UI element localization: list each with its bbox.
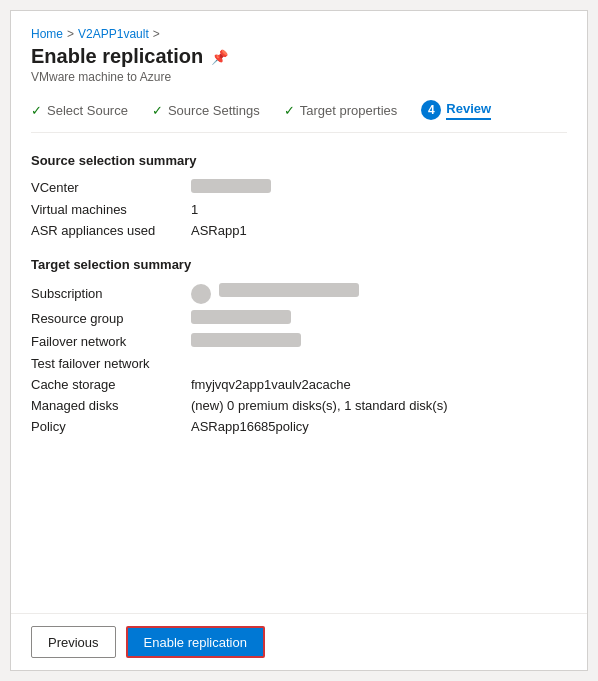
summary-row-asr: ASR appliances used ASRapp1 — [31, 220, 567, 241]
breadcrumb-vault[interactable]: V2APP1vault — [78, 27, 149, 41]
summary-row-failover-network: Failover network — [31, 330, 567, 353]
label-asr: ASR appliances used — [31, 223, 191, 238]
pin-icon[interactable]: 📌 — [211, 49, 228, 65]
blurred-subscription — [219, 283, 359, 297]
page-title: Enable replication — [31, 45, 203, 68]
value-managed-disks: (new) 0 premium disks(s), 1 standard dis… — [191, 398, 567, 413]
content-area: Home > V2APP1vault > Enable replication … — [11, 11, 587, 613]
step-target-properties-label: Target properties — [300, 103, 398, 118]
step-check-icon2: ✓ — [152, 103, 163, 118]
breadcrumb-sep2: > — [153, 27, 160, 41]
summary-row-vms: Virtual machines 1 — [31, 199, 567, 220]
summary-row-cache: Cache storage fmyjvqv2app1vaulv2acache — [31, 374, 567, 395]
main-window: Home > V2APP1vault > Enable replication … — [10, 10, 588, 671]
breadcrumb-home[interactable]: Home — [31, 27, 63, 41]
label-vms: Virtual machines — [31, 202, 191, 217]
value-vms: 1 — [191, 202, 567, 217]
page-subtitle: VMware machine to Azure — [31, 70, 567, 84]
value-policy: ASRapp16685policy — [191, 419, 567, 434]
step-source-settings-label: Source Settings — [168, 103, 260, 118]
target-summary-section: Target selection summary Subscription Re… — [31, 257, 567, 437]
value-cache: fmyjvqv2app1vaulv2acache — [191, 377, 567, 392]
summary-row-managed-disks: Managed disks (new) 0 premium disks(s), … — [31, 395, 567, 416]
wizard-steps: ✓ Select Source ✓ Source Settings ✓ Targ… — [31, 100, 567, 133]
enable-replication-button[interactable]: Enable replication — [126, 626, 265, 658]
blurred-circle-icon — [191, 284, 211, 304]
source-summary-section: Source selection summary VCenter Virtual… — [31, 153, 567, 241]
step-select-source[interactable]: ✓ Select Source — [31, 103, 128, 118]
label-rg: Resource group — [31, 311, 191, 326]
value-vcenter — [191, 179, 567, 196]
breadcrumb: Home > V2APP1vault > — [31, 27, 567, 41]
blurred-rg — [191, 310, 291, 324]
label-policy: Policy — [31, 419, 191, 434]
label-cache: Cache storage — [31, 377, 191, 392]
value-rg — [191, 310, 567, 327]
source-summary-title: Source selection summary — [31, 153, 567, 168]
summary-row-test-failover: Test failover network — [31, 353, 567, 374]
page-header: Enable replication 📌 — [31, 45, 567, 68]
label-managed-disks: Managed disks — [31, 398, 191, 413]
step-source-settings[interactable]: ✓ Source Settings — [152, 103, 260, 118]
step-target-properties[interactable]: ✓ Target properties — [284, 103, 398, 118]
step-number: 4 — [421, 100, 441, 120]
summary-row-rg: Resource group — [31, 307, 567, 330]
value-failover-network — [191, 333, 567, 350]
value-subscription — [191, 283, 567, 304]
label-failover-network: Failover network — [31, 334, 191, 349]
label-subscription: Subscription — [31, 286, 191, 301]
blurred-failover — [191, 333, 301, 347]
summary-row-policy: Policy ASRapp16685policy — [31, 416, 567, 437]
step-check-icon3: ✓ — [284, 103, 295, 118]
footer: Previous Enable replication — [11, 613, 587, 670]
target-summary-title: Target selection summary — [31, 257, 567, 272]
summary-row-vcenter: VCenter — [31, 176, 567, 199]
blurred-vcenter — [191, 179, 271, 193]
label-test-failover: Test failover network — [31, 356, 191, 371]
step-check-icon: ✓ — [31, 103, 42, 118]
label-vcenter: VCenter — [31, 180, 191, 195]
breadcrumb-sep1: > — [67, 27, 74, 41]
previous-button[interactable]: Previous — [31, 626, 116, 658]
step-review-label: Review — [446, 101, 491, 120]
step-select-source-label: Select Source — [47, 103, 128, 118]
summary-row-subscription: Subscription — [31, 280, 567, 307]
step-review[interactable]: 4 Review — [421, 100, 491, 120]
value-asr: ASRapp1 — [191, 223, 567, 238]
